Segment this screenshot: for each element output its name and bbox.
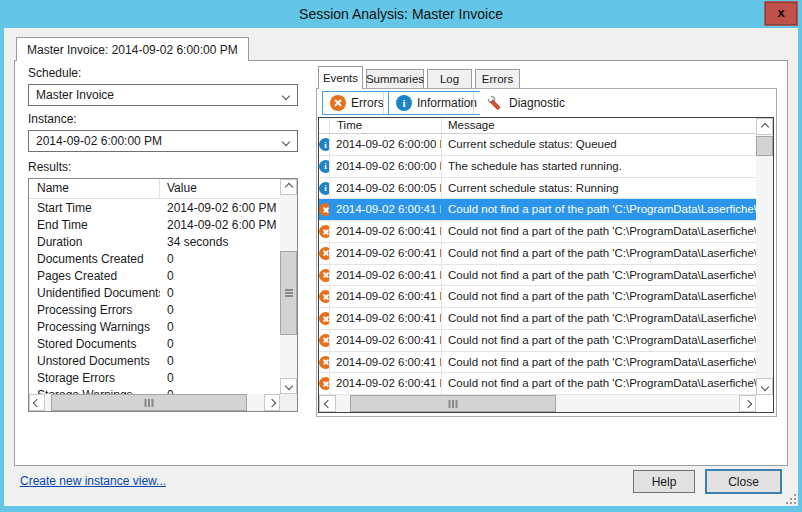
scroll-left-button[interactable] — [29, 394, 45, 411]
event-message: Could not find a part of the path 'C:\Pr… — [442, 221, 756, 242]
event-icon-cell: i — [319, 178, 330, 199]
events-header-icon-column[interactable] — [319, 118, 330, 133]
event-row[interactable]: 2014-09-02 6:00:41 PMCould not find a pa… — [319, 308, 756, 330]
chevron-up-icon — [760, 122, 768, 130]
error-icon — [319, 247, 330, 260]
chevron-down-icon — [284, 382, 292, 390]
event-icon-cell — [319, 308, 330, 329]
result-row[interactable]: Storage Errors0 — [29, 369, 280, 386]
filter-diagnostic-button[interactable]: Diagnostic — [480, 91, 572, 115]
result-row[interactable]: Duration34 seconds — [29, 233, 280, 250]
scroll-up-button[interactable] — [756, 118, 773, 135]
scroll-track[interactable] — [336, 395, 739, 412]
event-icon-cell: i — [319, 134, 330, 155]
event-message: Could not find a part of the path 'C:\Pr… — [442, 330, 756, 351]
scroll-right-button[interactable] — [264, 394, 280, 411]
filter-errors-button[interactable]: Errors — [322, 91, 392, 115]
result-row[interactable]: Storage Warnings0 — [29, 386, 280, 394]
scroll-track[interactable] — [756, 135, 773, 378]
scroll-thumb[interactable] — [350, 395, 556, 412]
event-time: 2014-09-02 6:00:41 PM — [330, 308, 442, 329]
scroll-up-button[interactable] — [280, 179, 297, 195]
event-row[interactable]: i2014-09-02 6:00:00 PMCurrent schedule s… — [319, 134, 756, 156]
result-row[interactable]: Processing Errors0 — [29, 301, 280, 318]
scroll-track[interactable] — [280, 195, 297, 378]
scroll-left-button[interactable] — [319, 395, 336, 412]
error-icon — [319, 356, 330, 369]
results-header-name[interactable]: Name — [29, 179, 160, 198]
toolbar-separator — [473, 92, 474, 114]
tab-errors[interactable]: Errors — [475, 69, 520, 88]
result-row[interactable]: Pages Created0 — [29, 267, 280, 284]
event-row[interactable]: 2014-09-02 6:00:41 PMCould not find a pa… — [319, 373, 756, 395]
result-value: 0 — [160, 337, 280, 351]
event-message: Could not find a part of the path 'C:\Pr… — [442, 308, 756, 329]
events-vertical-scrollbar[interactable] — [756, 118, 773, 395]
event-row[interactable]: 2014-09-02 6:00:41 PMCould not find a pa… — [319, 330, 756, 352]
results-horizontal-scrollbar[interactable] — [29, 394, 280, 411]
tab-events[interactable]: Events — [318, 66, 363, 89]
chevron-down-icon — [282, 92, 290, 100]
results-vertical-scrollbar[interactable] — [280, 179, 297, 394]
result-name: Start Time — [29, 201, 160, 215]
events-header-message[interactable]: Message — [442, 118, 756, 133]
scroll-down-button[interactable] — [756, 378, 773, 395]
close-button[interactable]: Close — [705, 469, 782, 494]
result-row[interactable]: Stored Documents0 — [29, 335, 280, 352]
events-horizontal-scrollbar[interactable] — [319, 395, 756, 412]
error-icon — [319, 203, 330, 216]
result-row[interactable]: End Time2014-09-02 6:00 PM — [29, 216, 280, 233]
scroll-down-button[interactable] — [280, 378, 297, 394]
event-message: Could not find a part of the path 'C:\Pr… — [442, 199, 756, 220]
instance-label: Instance: — [28, 112, 77, 126]
result-row[interactable]: Start Time2014-09-02 6:00 PM — [29, 199, 280, 216]
event-icon-cell — [319, 286, 330, 307]
result-value: 0 — [160, 286, 280, 300]
help-button[interactable]: Help — [633, 470, 695, 493]
filter-diagnostic-label: Diagnostic — [509, 96, 565, 110]
result-name: Pages Created — [29, 269, 160, 283]
event-row[interactable]: 2014-09-02 6:00:41 PMCould not find a pa… — [319, 352, 756, 374]
event-row[interactable]: 2014-09-02 6:00:41 PMCould not find a pa… — [319, 199, 756, 221]
result-name: Duration — [29, 235, 160, 249]
tab-summaries-label: Summaries — [366, 73, 424, 85]
event-time: 2014-09-02 6:00:41 PM — [330, 199, 442, 220]
event-row[interactable]: 2014-09-02 6:00:41 PMCould not find a pa… — [319, 286, 756, 308]
information-icon: i — [319, 182, 330, 195]
event-icon-cell — [319, 330, 330, 351]
scroll-thumb[interactable] — [51, 394, 247, 411]
events-header-time[interactable]: Time — [330, 118, 442, 133]
tab-log[interactable]: Log — [427, 69, 472, 88]
event-row[interactable]: 2014-09-02 6:00:41 PMCould not find a pa… — [319, 221, 756, 243]
event-row[interactable]: i2014-09-02 6:00:05 PMCurrent schedule s… — [319, 178, 756, 200]
event-message: Could not find a part of the path 'C:\Pr… — [442, 243, 756, 264]
schedule-dropdown[interactable]: Master Invoice — [28, 84, 298, 106]
result-row[interactable]: Documents Created0 — [29, 250, 280, 267]
scrollbar-corner — [280, 394, 297, 411]
results-header-value[interactable]: Value — [160, 179, 280, 198]
event-icon-cell — [319, 243, 330, 264]
resize-grip-icon[interactable] — [786, 494, 788, 496]
scroll-right-button[interactable] — [739, 395, 756, 412]
window-close-button[interactable]: x — [765, 2, 797, 25]
result-row[interactable]: Processing Warnings0 — [29, 318, 280, 335]
event-row[interactable]: 2014-09-02 6:00:41 PMCould not find a pa… — [319, 265, 756, 287]
results-header: Name Value — [29, 179, 280, 199]
result-name: Unstored Documents — [29, 354, 160, 368]
event-row[interactable]: 2014-09-02 6:00:41 PMCould not find a pa… — [319, 243, 756, 265]
result-row[interactable]: Unidentified Documents0 — [29, 284, 280, 301]
event-time: 2014-09-02 6:00:41 PM — [330, 286, 442, 307]
window-border-left — [0, 28, 4, 512]
create-new-instance-view-link[interactable]: Create new instance view... — [20, 474, 166, 488]
event-row[interactable]: i2014-09-02 6:00:00 PMThe schedule has s… — [319, 156, 756, 178]
filter-information-button[interactable]: i Information — [388, 91, 485, 115]
title-bar[interactable]: Session Analysis: Master Invoice — [0, 0, 802, 28]
result-row[interactable]: Unstored Documents0 — [29, 352, 280, 369]
scroll-thumb[interactable] — [280, 251, 297, 335]
scroll-thumb[interactable] — [756, 136, 773, 156]
scroll-track[interactable] — [45, 394, 264, 411]
window-border-bottom — [0, 506, 802, 512]
tab-master-invoice-instance[interactable]: Master Invoice: 2014-09-02 6:00:00 PM — [16, 37, 249, 61]
tab-summaries[interactable]: Summaries — [366, 69, 424, 88]
instance-dropdown[interactable]: 2014-09-02 6:00:00 PM — [28, 130, 298, 152]
